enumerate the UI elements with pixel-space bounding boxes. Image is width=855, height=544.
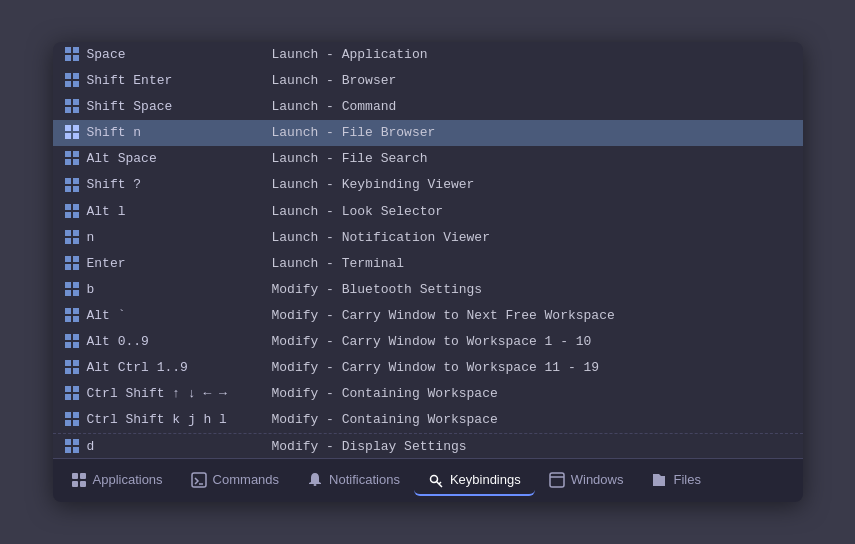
svg-rect-59 bbox=[73, 420, 79, 426]
keybinding-row[interactable]: Space Launch - Application bbox=[53, 42, 803, 68]
key-combo: Enter bbox=[87, 253, 272, 275]
keybinding-row[interactable]: d Modify - Display Settings bbox=[53, 433, 803, 458]
svg-rect-38 bbox=[65, 290, 71, 296]
keybinding-row[interactable]: Ctrl Shift ↑ ↓ ← → Modify - Containing W… bbox=[53, 381, 803, 407]
svg-rect-43 bbox=[73, 316, 79, 322]
win-icon bbox=[65, 178, 81, 194]
svg-rect-70 bbox=[314, 484, 317, 486]
keybinding-row[interactable]: Shift ? Launch - Keybinding Viewer bbox=[53, 172, 803, 198]
keybinding-row[interactable]: Alt l Launch - Look Selector bbox=[53, 199, 803, 225]
svg-rect-2 bbox=[65, 55, 71, 61]
keybinding-row[interactable]: Shift n Launch - File Browser bbox=[53, 120, 803, 146]
action-text: Launch - Keybinding Viewer bbox=[272, 174, 475, 196]
key-combo: b bbox=[87, 279, 272, 301]
svg-rect-48 bbox=[65, 360, 71, 366]
key-combo: Alt l bbox=[87, 201, 272, 223]
action-text: Launch - Terminal bbox=[272, 253, 405, 275]
tab-commands[interactable]: Commands bbox=[177, 466, 293, 496]
svg-rect-25 bbox=[73, 204, 79, 210]
tab-files[interactable]: Files bbox=[637, 466, 714, 496]
tab-windows[interactable]: Windows bbox=[535, 466, 638, 496]
keybinding-list[interactable]: Space Launch - Application Shift Enter L… bbox=[53, 42, 803, 458]
keybinding-row[interactable]: b Modify - Bluetooth Settings bbox=[53, 277, 803, 303]
svg-rect-45 bbox=[73, 334, 79, 340]
svg-rect-3 bbox=[73, 55, 79, 61]
svg-rect-24 bbox=[65, 204, 71, 210]
window-icon bbox=[549, 472, 565, 488]
tab-label: Windows bbox=[571, 472, 624, 487]
svg-line-73 bbox=[439, 482, 441, 484]
svg-rect-35 bbox=[73, 264, 79, 270]
tab-label: Commands bbox=[213, 472, 279, 487]
action-text: Modify - Containing Workspace bbox=[272, 383, 498, 405]
win-icon bbox=[65, 73, 81, 89]
files-icon bbox=[651, 472, 667, 488]
svg-rect-10 bbox=[65, 107, 71, 113]
svg-rect-30 bbox=[65, 238, 71, 244]
keybinding-row[interactable]: n Launch - Notification Viewer bbox=[53, 225, 803, 251]
svg-rect-32 bbox=[65, 256, 71, 262]
win-icon bbox=[65, 47, 81, 63]
svg-rect-22 bbox=[65, 186, 71, 192]
svg-rect-7 bbox=[73, 81, 79, 87]
keybinding-row[interactable]: Alt Ctrl 1..9 Modify - Carry Window to W… bbox=[53, 355, 803, 381]
action-text: Launch - File Search bbox=[272, 148, 428, 170]
svg-rect-0 bbox=[65, 47, 71, 53]
svg-rect-49 bbox=[73, 360, 79, 366]
svg-rect-63 bbox=[73, 447, 79, 453]
key-combo: Alt Space bbox=[87, 148, 272, 170]
svg-rect-27 bbox=[73, 212, 79, 218]
key-combo: Shift Enter bbox=[87, 70, 272, 92]
win-icon bbox=[65, 308, 81, 324]
win-icon bbox=[65, 282, 81, 298]
tab-applications[interactable]: Applications bbox=[57, 466, 177, 496]
svg-rect-18 bbox=[65, 159, 71, 165]
tab-label: Keybindings bbox=[450, 472, 521, 487]
win-icon bbox=[65, 334, 81, 350]
win-icon bbox=[65, 204, 81, 220]
tab-label: Applications bbox=[93, 472, 163, 487]
keybinding-row[interactable]: Alt 0..9 Modify - Carry Window to Worksp… bbox=[53, 329, 803, 355]
svg-rect-61 bbox=[73, 439, 79, 445]
action-text: Modify - Carry Window to Next Free Works… bbox=[272, 305, 615, 327]
action-text: Modify - Carry Window to Workspace 1 - 1… bbox=[272, 331, 592, 353]
action-text: Modify - Display Settings bbox=[272, 436, 467, 458]
svg-rect-50 bbox=[65, 368, 71, 374]
tab-label: Files bbox=[673, 472, 700, 487]
key-combo: Ctrl Shift k j h l bbox=[87, 409, 272, 431]
win-icon bbox=[65, 439, 81, 455]
svg-rect-47 bbox=[73, 342, 79, 348]
win-icon bbox=[65, 99, 81, 115]
action-text: Modify - Bluetooth Settings bbox=[272, 279, 483, 301]
action-text: Launch - Command bbox=[272, 96, 397, 118]
svg-rect-17 bbox=[73, 151, 79, 157]
content-area: Space Launch - Application Shift Enter L… bbox=[53, 42, 803, 458]
svg-rect-42 bbox=[65, 316, 71, 322]
svg-rect-15 bbox=[73, 133, 79, 139]
win-icon bbox=[65, 125, 81, 141]
svg-rect-28 bbox=[65, 230, 71, 236]
key-combo: Ctrl Shift ↑ ↓ ← → bbox=[87, 383, 272, 405]
svg-rect-34 bbox=[65, 264, 71, 270]
tab-notifications[interactable]: Notifications bbox=[293, 466, 414, 496]
svg-rect-65 bbox=[80, 473, 86, 479]
svg-rect-37 bbox=[73, 282, 79, 288]
svg-rect-74 bbox=[550, 473, 564, 487]
svg-rect-41 bbox=[73, 308, 79, 314]
svg-rect-51 bbox=[73, 368, 79, 374]
keybinding-row[interactable]: Alt ` Modify - Carry Window to Next Free… bbox=[53, 303, 803, 329]
svg-rect-52 bbox=[65, 386, 71, 392]
action-text: Launch - Browser bbox=[272, 70, 397, 92]
win-icon bbox=[65, 151, 81, 167]
keybinding-row[interactable]: Enter Launch - Terminal bbox=[53, 251, 803, 277]
svg-rect-56 bbox=[65, 412, 71, 418]
keybinding-row[interactable]: Alt Space Launch - File Search bbox=[53, 146, 803, 172]
keybinding-row[interactable]: Shift Space Launch - Command bbox=[53, 94, 803, 120]
svg-rect-31 bbox=[73, 238, 79, 244]
keybinding-row[interactable]: Shift Enter Launch - Browser bbox=[53, 68, 803, 94]
keybinding-row[interactable]: Ctrl Shift k j h l Modify - Containing W… bbox=[53, 407, 803, 433]
svg-rect-14 bbox=[65, 133, 71, 139]
win-icon bbox=[65, 412, 81, 428]
svg-rect-20 bbox=[65, 178, 71, 184]
tab-keybindings[interactable]: Keybindings bbox=[414, 466, 535, 496]
